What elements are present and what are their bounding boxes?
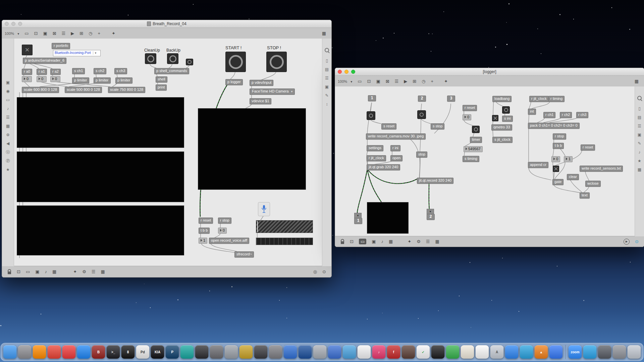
message-1[interactable]: 1: [368, 95, 376, 101]
write-sensors-message[interactable]: write record_sensors.txt: [580, 166, 623, 172]
minimize-button[interactable]: [11, 22, 15, 26]
sprinkle-icon[interactable]: [73, 269, 77, 274]
max-object[interactable]: s ch2: [94, 68, 106, 74]
edit-icon[interactable]: [638, 141, 641, 145]
dock-icon-window-app[interactable]: [313, 345, 327, 359]
power-icon[interactable]: [322, 269, 326, 274]
dock-icon-finder[interactable]: [3, 345, 17, 359]
camera-preview[interactable]: [367, 202, 409, 234]
message-tool-icon[interactable]: [367, 79, 371, 83]
titlebar[interactable]: Breath_Record_04: [2, 20, 331, 28]
max-object[interactable]: scale 750 800 0 128: [108, 87, 145, 93]
dock-icon-trash[interactable]: [628, 345, 641, 359]
message-tool-icon[interactable]: [34, 31, 38, 36]
record-level-slider[interactable]: [256, 220, 313, 233]
dock-icon-flash[interactable]: f: [387, 345, 400, 359]
run-button-icon[interactable]: [624, 239, 630, 245]
dock-icon-telegram[interactable]: [520, 345, 533, 359]
layout-columns-icon[interactable]: [92, 269, 96, 274]
max-object[interactable]: p limiter: [115, 77, 132, 83]
dock-icon-latex[interactable]: [461, 345, 474, 359]
open-message[interactable]: open: [390, 155, 402, 161]
small-button[interactable]: [186, 59, 193, 65]
max-object[interactable]: s jit_clock: [492, 137, 513, 143]
lock-icon[interactable]: [8, 272, 11, 274]
dock-icon-blue-globe[interactable]: [284, 345, 297, 359]
max-object[interactable]: p vdev/input: [250, 80, 273, 86]
audio-toggle-icon[interactable]: [381, 239, 384, 244]
bang-button[interactable]: [472, 126, 480, 133]
add-tool-icon[interactable]: [431, 79, 433, 83]
dock-icon-terminal[interactable]: >_: [107, 345, 120, 359]
serial-toggle[interactable]: [22, 45, 33, 55]
new-object-icon[interactable]: [358, 79, 362, 83]
dock-icon-chrome[interactable]: [48, 345, 61, 359]
console-icon[interactable]: [325, 76, 329, 80]
multislider-display-3[interactable]: [17, 205, 184, 255]
camera-dropdown[interactable]: FaceTime HD Camera: [250, 88, 295, 95]
snippets-icon[interactable]: [638, 133, 641, 137]
layout-columns-icon[interactable]: [426, 239, 430, 244]
toggle-tool-icon[interactable]: [53, 31, 56, 36]
max-object[interactable]: p logger: [225, 79, 243, 85]
clock-tool-icon[interactable]: [422, 79, 425, 83]
number-box[interactable]: 0: [463, 114, 471, 120]
dock-icon-blueprint-app[interactable]: [328, 345, 341, 359]
max-object[interactable]: r jit_clock: [367, 155, 386, 161]
max-object[interactable]: append cr: [528, 162, 548, 168]
sliders-palette-icon[interactable]: [6, 115, 10, 119]
dock-icon-itunes[interactable]: ♪: [372, 345, 386, 359]
max-object[interactable]: p limiter: [72, 77, 89, 83]
sprinkle-icon[interactable]: [408, 239, 411, 244]
max-object[interactable]: s ch1: [72, 68, 85, 74]
serial-port-dropdown[interactable]: Bluetooth-Incoming-Port: [53, 50, 101, 56]
collapse-icon[interactable]: [6, 141, 9, 145]
dock-icon-puredata[interactable]: Pd: [136, 345, 150, 359]
duplicate-icon[interactable]: [35, 269, 39, 274]
max-object[interactable]: jit.qt.record 320 240: [417, 178, 453, 184]
number-box[interactable]: 0: [218, 228, 227, 234]
object-palette-icon[interactable]: [6, 80, 10, 84]
dock-icon-blue-circle-app[interactable]: [505, 345, 519, 359]
reference-icon[interactable]: [638, 115, 641, 119]
sprinkle-icon[interactable]: [444, 79, 448, 83]
dock-icon-piano-app[interactable]: [358, 345, 371, 359]
write-camera-message[interactable]: write record_camara.mov 30. jpeg: [366, 133, 426, 139]
max-object[interactable]: loadbang: [492, 96, 512, 102]
bang-button[interactable]: [502, 106, 510, 114]
matrix-tool-icon[interactable]: [413, 79, 416, 83]
grid-toggle-icon[interactable]: [635, 79, 639, 83]
max-object[interactable]: print: [156, 84, 167, 90]
max-object[interactable]: scale 500 800 0 128: [65, 87, 102, 93]
dock-icon-gears-app[interactable]: [269, 345, 282, 359]
max-object[interactable]: int: [528, 109, 536, 115]
power-icon[interactable]: [635, 239, 639, 244]
dock-icon-text-editor[interactable]: [476, 345, 489, 359]
message-2[interactable]: 2: [418, 96, 426, 102]
raster-icon[interactable]: [101, 269, 105, 274]
max-object[interactable]: r reset: [463, 105, 477, 111]
audio-palette-icon[interactable]: [7, 107, 9, 111]
close-button[interactable]: [5, 22, 9, 26]
dock-icon-bbedit[interactable]: B: [92, 345, 105, 359]
message-3[interactable]: 3: [447, 96, 455, 102]
zoom-caret-icon[interactable]: [351, 79, 352, 83]
dock-icon-system-preferences[interactable]: [613, 345, 626, 359]
dock-icon-cube-app[interactable]: [195, 345, 209, 359]
number-box[interactable]: 0: [551, 156, 560, 162]
play-tool-icon[interactable]: [404, 79, 407, 83]
dock-icon-safari[interactable]: [77, 345, 91, 359]
minimize-button[interactable]: [344, 70, 348, 74]
patcher-icon[interactable]: [6, 159, 10, 163]
dock-icon-zoom[interactable]: zoom: [569, 345, 582, 359]
audio-toggle-icon[interactable]: [45, 269, 47, 274]
dock-icon-camera-app[interactable]: [431, 345, 445, 359]
dock-icon-magic-8ball[interactable]: 8: [121, 345, 135, 359]
multislider-display-1[interactable]: [17, 97, 184, 148]
max-object[interactable]: s ini: [502, 116, 513, 122]
grid-toggle-icon[interactable]: [322, 31, 326, 36]
favorites-icon[interactable]: [638, 159, 641, 163]
toggle-tool-icon[interactable]: [386, 79, 389, 83]
play-tool-icon[interactable]: [71, 31, 74, 36]
patcher-canvas[interactable]: 1 2 3 s reset s stop write record_camara…: [335, 86, 644, 236]
